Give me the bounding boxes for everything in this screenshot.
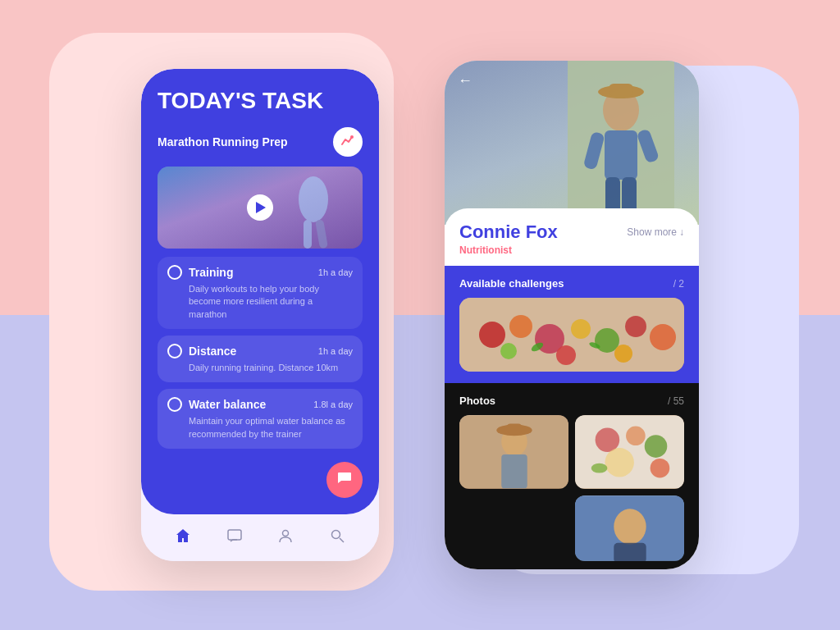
svg-point-24 (650, 324, 676, 350)
task-card-distance: Distance 1h a day Daily running training… (158, 336, 363, 382)
challenges-count: / 2 (673, 278, 684, 290)
bottom-nav (141, 514, 379, 561)
challenges-header: Available challenges / 2 (459, 277, 684, 290)
task-desc-distance: Daily running training. Distance 10km (189, 362, 353, 374)
show-more-button[interactable]: Show more ↓ (627, 226, 684, 238)
nav-profile-icon[interactable] (271, 521, 300, 555)
photo-1[interactable] (459, 415, 568, 489)
svg-rect-45 (614, 543, 646, 561)
svg-point-39 (605, 448, 633, 477)
svg-line-7 (340, 538, 344, 542)
challenges-title: Available challenges (459, 277, 564, 290)
photo-2[interactable] (575, 415, 684, 489)
task-name-distance: Distance (189, 345, 236, 358)
chart-button[interactable] (333, 127, 363, 157)
svg-rect-34 (501, 454, 527, 488)
task-header-training: Training 1h a day (167, 265, 353, 280)
task-time-distance: 1h a day (318, 346, 353, 356)
chart-icon (341, 135, 354, 148)
show-more-label: Show more (627, 226, 677, 238)
right-phone: ← Connie Fox Show more ↓ Nutritionist Av… (445, 61, 699, 569)
svg-point-27 (614, 345, 632, 363)
svg-point-44 (614, 509, 646, 544)
task-header-distance: Distance 1h a day (167, 344, 353, 358)
photos-count: / 55 (668, 395, 684, 407)
nav-search-icon[interactable] (322, 521, 352, 555)
task-card-training: Training 1h a day Daily workouts to help… (158, 257, 363, 329)
task-header-water: Water balance 1.8l a day (167, 397, 353, 412)
svg-point-6 (331, 531, 340, 539)
play-button[interactable] (247, 194, 273, 221)
svg-point-18 (479, 322, 505, 348)
fab-button[interactable] (326, 462, 363, 498)
photo-3[interactable] (575, 495, 684, 561)
task-time-water: 1.8l a day (313, 399, 353, 409)
marathon-title: Marathon Running Prep (158, 135, 288, 148)
svg-point-38 (645, 435, 668, 458)
radio-training[interactable] (167, 265, 182, 280)
photos-section: Photos / 55 (445, 383, 699, 569)
phones-container: TODAY'S TASK Marathon Running Prep (141, 61, 699, 569)
message-icon (337, 472, 352, 488)
profile-role: Nutritionist (459, 244, 684, 256)
video-thumbnail (158, 167, 363, 249)
photos-grid (459, 415, 684, 561)
svg-point-25 (500, 343, 517, 359)
task-left-training: Training (167, 265, 233, 280)
challenges-section: Available challenges / 2 (445, 266, 699, 383)
svg-rect-33 (506, 424, 523, 434)
radio-water[interactable] (167, 397, 182, 412)
svg-point-23 (625, 316, 646, 337)
profile-name-row: Connie Fox Show more ↓ (459, 221, 684, 243)
svg-point-0 (350, 135, 354, 139)
task-desc-training: Daily workouts to help your body become … (189, 283, 353, 321)
profile-name: Connie Fox (459, 221, 558, 243)
task-left-water: Water balance (167, 397, 266, 412)
photos-header: Photos / 55 (459, 395, 684, 407)
chevron-down-icon: ↓ (679, 226, 684, 238)
profile-hero: ← (445, 61, 699, 225)
task-left-distance: Distance (167, 344, 236, 358)
svg-rect-4 (228, 530, 241, 540)
svg-point-19 (509, 315, 532, 338)
play-icon (256, 202, 266, 213)
task-desc-water: Maintain your optimal water balance as r… (189, 415, 353, 441)
nav-home-icon[interactable] (168, 521, 198, 555)
svg-point-5 (283, 531, 289, 536)
svg-point-26 (556, 345, 576, 365)
svg-point-21 (571, 319, 591, 339)
svg-rect-3 (315, 219, 328, 249)
svg-rect-35 (575, 416, 684, 489)
svg-rect-2 (304, 220, 312, 249)
nav-chat-icon[interactable] (220, 521, 249, 555)
today-task-title: TODAY'S TASK (158, 89, 363, 114)
svg-rect-12 (605, 130, 637, 180)
task-name-water: Water balance (189, 398, 266, 411)
photos-title: Photos (459, 395, 495, 407)
svg-point-40 (651, 459, 670, 478)
svg-rect-11 (609, 84, 633, 96)
left-phone: TODAY'S TASK Marathon Running Prep (141, 69, 379, 561)
svg-point-36 (596, 427, 620, 452)
svg-point-41 (591, 463, 608, 473)
back-button[interactable]: ← (458, 72, 472, 89)
task-card-water: Water balance 1.8l a day Maintain your o… (158, 389, 363, 449)
task-time-training: 1h a day (318, 267, 353, 277)
task-name-training: Training (189, 266, 233, 279)
radio-distance[interactable] (167, 344, 182, 358)
marathon-header: Marathon Running Prep (158, 127, 363, 157)
phone-left-main: TODAY'S TASK Marathon Running Prep (141, 69, 379, 514)
svg-point-1 (299, 176, 328, 222)
profile-info: Connie Fox Show more ↓ Nutritionist (445, 208, 699, 266)
challenge-image[interactable] (459, 298, 684, 372)
svg-point-37 (626, 426, 646, 445)
